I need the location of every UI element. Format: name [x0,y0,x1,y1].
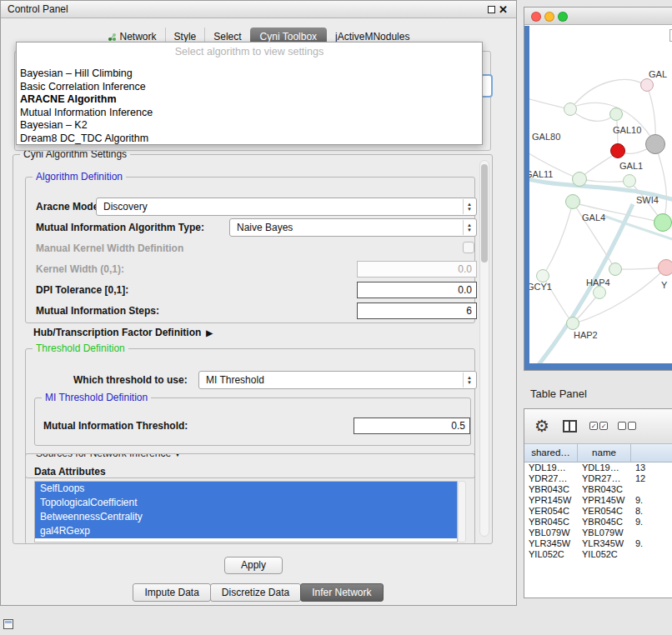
network-node[interactable] [609,262,622,276]
hub-tf-section-toggle[interactable]: Hub/Transcription Factor Definition▶ [33,327,213,338]
collapsed-panel-icon[interactable] [3,619,13,629]
close-traffic-light-icon[interactable] [531,12,541,22]
network-node[interactable] [593,286,606,299]
network-node[interactable] [564,102,577,116]
control-panel-titlebar[interactable]: Control Panel ✕ [1,1,516,18]
cell-name: YDL19… [578,462,631,473]
cell-name: YBR043C [578,484,631,495]
network-node[interactable] [609,108,623,121]
cell-extra: 12 [631,473,672,484]
manual-kernel-checkbox[interactable] [463,242,474,253]
network-node[interactable] [658,259,672,276]
float-window-icon[interactable] [488,6,495,13]
mi-algorithm-type-label: Mutual Information Algorithm Type: [36,222,204,233]
popup-item[interactable]: Mutual Information Inference [19,107,479,120]
sources-group: Sources for Network Inference ▼ Data Att… [25,453,475,544]
select-all-checkboxes-icon[interactable]: ✓ ✓ [589,422,608,430]
table-row[interactable]: YBL079W YBL079W [524,528,672,538]
table-header-row: shared… name [524,444,672,462]
cell-extra: 9. [631,517,672,528]
apply-button[interactable]: Apply [224,557,283,574]
which-threshold-value: MI Threshold [206,374,264,386]
column-header-name[interactable]: name [578,444,631,462]
kernel-width-field[interactable]: 0.0 [357,261,477,278]
minimize-traffic-light-icon[interactable] [544,12,554,22]
network-node[interactable] [610,143,625,158]
table-row[interactable]: YDL19… YDL19… 13 [524,462,672,473]
network-node-label: SWI4 [636,195,659,205]
cell-extra [631,528,672,538]
network-node-label: GAL10 [613,125,641,135]
deselect-all-checkboxes-icon[interactable] [618,422,636,430]
unchecked-box-icon [628,422,636,430]
settings-scrollbar-thumb[interactable] [481,164,488,262]
cell-shared-name: YLR345W [524,538,578,549]
table-row[interactable]: YER054C YER054C 8. [524,506,672,517]
which-threshold-select[interactable]: MI Threshold ▲▼ [198,371,477,389]
popup-item-list: Bayesian – Hill Climbing Basic Correlati… [19,68,479,145]
network-node[interactable] [623,174,636,188]
collapse-down-icon: ▼ [173,453,181,458]
tab-infer-network[interactable]: Infer Network [300,583,383,602]
popup-item[interactable]: Bayesian – K2 [19,119,479,132]
attributes-scrollbar[interactable] [458,481,466,542]
attribute-item-selected[interactable]: BetweennessCentrality [35,510,457,524]
network-node-label: Y [661,280,667,290]
table-body: YDL19… YDL19… 13 YDR27… YDR27… 12 YBR043… [524,462,672,598]
cell-extra [631,484,672,495]
mi-steps-field[interactable]: 6 [357,302,477,319]
dpi-tolerance-field[interactable]: 0.0 [357,282,477,298]
columns-icon[interactable] [563,420,577,432]
table-row[interactable]: YBR043C YBR043C [524,484,672,495]
popup-item[interactable]: Basic Correlation Inference [19,81,479,94]
network-node[interactable] [645,134,665,154]
control-panel-title: Control Panel [8,3,68,15]
table-row[interactable]: YIL052C YIL052C [524,549,672,560]
aracne-mode-select[interactable]: Discovery ▲▼ [96,198,477,216]
cell-shared-name: YDL19… [524,462,578,473]
network-node-label: GAL4 [582,212,605,222]
aracne-mode-label: Aracne Mode: [36,201,102,212]
gear-icon[interactable]: ⚙ [534,416,549,436]
attribute-item-selected[interactable]: gal4RGexp [35,524,457,538]
popup-item[interactable]: Bayesian – Hill Climbing [19,68,479,81]
unchecked-box-icon [618,422,626,430]
mi-algorithm-type-value: Naive Bayes [237,222,293,233]
popup-item[interactable]: Dream8 DC_TDC Algorithm [19,132,479,146]
threshold-definition-title: Threshold Definition [33,342,128,354]
mi-threshold-definition-title: MI Threshold Definition [42,392,151,403]
data-attributes-list[interactable]: SelfLoops TopologicalCoefficient Between… [34,481,458,542]
mi-algorithm-type-select[interactable]: Naive Bayes ▲▼ [229,218,477,237]
table-row[interactable]: YDR27… YDR27… 12 [524,473,672,484]
tab-discretize-data[interactable]: Discretize Data [210,583,301,602]
network-node[interactable] [654,213,672,232]
table-row[interactable]: YLR345W YLR345W 9. [524,538,672,549]
network-node[interactable] [572,172,587,187]
cell-name: YPR145W [578,495,631,506]
table-row[interactable]: YPR145W YPR145W 9. [524,495,672,506]
table-row[interactable]: YBR045C YBR045C 9. [524,517,672,528]
settings-scrollbar[interactable] [479,160,489,537]
network-node[interactable] [536,269,549,282]
bottom-tabbar: Impute Data Discretize Data Infer Networ… [1,583,516,602]
column-header-extra[interactable] [631,444,672,462]
network-node[interactable] [640,78,654,92]
zoom-traffic-light-icon[interactable] [558,12,568,22]
column-header-shared-name[interactable]: shared… [524,444,578,462]
tab-select-label: Select [213,31,241,42]
network-window-titlebar[interactable] [524,8,672,25]
sources-title-toggle[interactable]: Sources for Network Inference ▼ [33,453,184,459]
mi-threshold-field[interactable]: 0.5 [354,418,470,434]
hub-tf-label: Hub/Transcription Factor Definition [33,327,201,338]
network-node[interactable] [566,317,579,330]
network-canvas[interactable]: GALGAL80GAL10GAL11GAL1SWI4GAL4GCY1HAP4YH… [524,26,672,363]
close-window-icon[interactable]: ✕ [499,2,508,17]
attribute-item-selected[interactable]: TopologicalCoefficient [35,496,457,510]
algorithm-dropdown-popup: Select algorithm to view settings Bayesi… [16,42,483,145]
network-node[interactable] [565,194,580,209]
mi-threshold-label: Mutual Information Threshold: [43,420,188,432]
cyni-algorithm-settings-group: Cyni Algorithm Settings Algorithm Defini… [13,154,493,544]
tab-impute-data[interactable]: Impute Data [133,583,210,602]
attribute-item-selected[interactable]: SelfLoops [35,482,457,496]
popup-item-highlighted[interactable]: ARACNE Algorithm [19,93,479,107]
